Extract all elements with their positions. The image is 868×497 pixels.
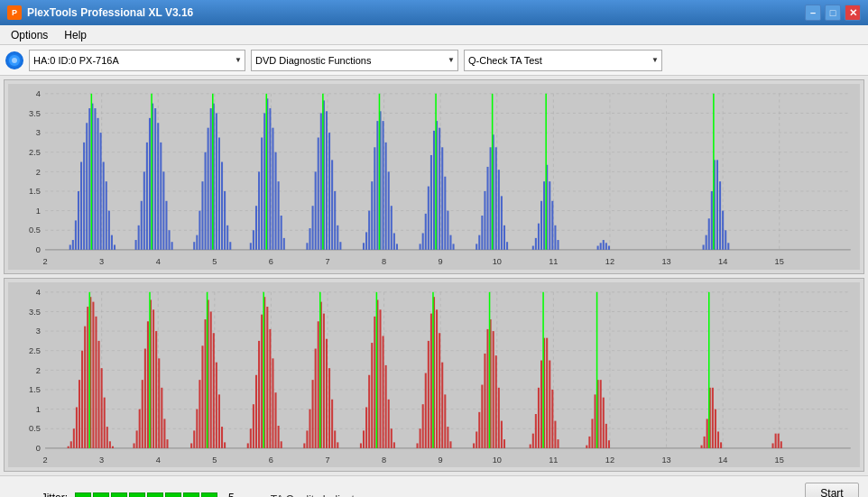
svg-rect-268	[166, 439, 168, 448]
svg-rect-256	[134, 443, 135, 447]
menu-options[interactable]: Options	[4, 27, 55, 43]
svg-rect-160	[498, 170, 500, 250]
svg-rect-300	[309, 409, 310, 447]
svg-rect-353	[530, 444, 531, 447]
svg-rect-154	[481, 216, 483, 250]
svg-rect-125	[365, 232, 367, 249]
svg-rect-270	[190, 443, 192, 447]
svg-rect-152	[476, 244, 477, 249]
start-section: Start ℹ	[805, 483, 859, 498]
svg-text:13: 13	[661, 256, 670, 266]
svg-rect-375	[701, 445, 703, 447]
svg-rect-250	[101, 368, 103, 448]
svg-rect-367	[591, 419, 593, 447]
svg-rect-284	[247, 443, 249, 447]
svg-rect-121	[337, 225, 338, 250]
svg-rect-127	[371, 181, 373, 250]
svg-rect-128	[374, 147, 375, 250]
svg-rect-97	[253, 230, 254, 250]
jitter-seg-1	[75, 492, 91, 498]
svg-rect-82	[196, 235, 198, 250]
svg-rect-182	[706, 235, 707, 250]
svg-rect-243	[81, 350, 83, 447]
svg-rect-286	[253, 404, 254, 448]
main-content: 4 3.5 3 2.5 2 1.5 1 0.5 0 2 3 4 5 6 7 8 …	[0, 76, 868, 475]
svg-rect-314	[365, 407, 367, 447]
svg-text:7: 7	[325, 454, 329, 464]
svg-text:0: 0	[36, 442, 41, 452]
svg-rect-107	[281, 216, 282, 250]
svg-rect-136	[396, 244, 398, 249]
jitter-seg-7	[183, 492, 199, 498]
function-select[interactable]: DVD Diagnostic Functions	[251, 50, 458, 71]
svg-rect-347	[493, 331, 494, 448]
svg-text:2: 2	[36, 166, 41, 176]
svg-rect-153	[478, 235, 480, 250]
svg-rect-103	[269, 108, 271, 250]
svg-rect-361	[551, 389, 553, 447]
start-button[interactable]: Start	[805, 483, 859, 498]
test-select-wrapper[interactable]: Q-Check TA Test ▼	[464, 50, 662, 71]
svg-rect-126	[368, 211, 370, 250]
svg-rect-372	[605, 423, 607, 447]
svg-rect-142	[430, 155, 432, 250]
svg-text:4: 4	[36, 286, 41, 296]
svg-rect-323	[391, 428, 392, 448]
svg-text:14: 14	[718, 454, 727, 464]
maximize-button[interactable]: □	[825, 5, 841, 21]
svg-rect-386	[778, 433, 780, 447]
svg-rect-54	[86, 123, 88, 250]
svg-rect-294	[275, 392, 277, 448]
svg-rect-105	[275, 152, 277, 250]
svg-rect-55	[88, 108, 90, 250]
svg-rect-90	[218, 137, 220, 249]
svg-rect-354	[532, 433, 534, 447]
svg-rect-110	[306, 243, 308, 250]
minimize-button[interactable]: –	[805, 5, 821, 21]
svg-rect-245	[87, 307, 88, 448]
svg-rect-239	[70, 441, 72, 448]
svg-text:3: 3	[99, 454, 104, 464]
svg-rect-77	[165, 201, 167, 250]
svg-rect-271	[193, 430, 195, 447]
svg-rect-260	[144, 348, 146, 447]
jitter-bar	[75, 492, 217, 498]
svg-rect-359	[546, 337, 548, 447]
test-select[interactable]: Q-Check TA Test	[464, 50, 662, 71]
svg-rect-244	[84, 326, 86, 447]
svg-text:4: 4	[156, 256, 161, 266]
svg-rect-69	[143, 171, 145, 250]
svg-rect-76	[162, 171, 164, 250]
function-select-wrapper[interactable]: DVD Diagnostic Functions ▼	[251, 50, 458, 71]
svg-rect-360	[549, 360, 550, 447]
svg-rect-101	[263, 113, 265, 249]
svg-rect-165	[532, 246, 534, 250]
svg-rect-49	[72, 240, 74, 250]
menu-help[interactable]: Help	[57, 27, 94, 43]
svg-rect-59	[100, 133, 102, 250]
svg-rect-273	[199, 380, 200, 448]
svg-rect-87	[210, 108, 212, 250]
svg-rect-308	[331, 399, 333, 447]
device-select-wrapper[interactable]: HA:0 ID:0 PX-716A ▼	[29, 50, 245, 71]
svg-text:3.5: 3.5	[29, 306, 41, 316]
svg-text:11: 11	[549, 454, 558, 464]
svg-rect-100	[261, 137, 263, 249]
svg-rect-157	[490, 147, 492, 250]
svg-rect-131	[383, 121, 384, 250]
device-select[interactable]: HA:0 ID:0 PX-716A	[29, 50, 245, 71]
svg-rect-259	[142, 380, 143, 448]
svg-text:0: 0	[36, 244, 41, 254]
close-button[interactable]: ✕	[845, 5, 861, 21]
svg-rect-316	[371, 343, 373, 448]
svg-rect-337	[447, 427, 448, 448]
svg-rect-252	[106, 427, 108, 448]
svg-text:9: 9	[439, 256, 443, 266]
svg-rect-79	[171, 242, 173, 250]
svg-rect-135	[393, 233, 395, 249]
svg-rect-338	[449, 441, 451, 448]
svg-rect-288	[258, 340, 260, 447]
svg-rect-66	[135, 240, 137, 250]
svg-rect-73	[154, 108, 156, 250]
svg-rect-68	[141, 201, 143, 250]
